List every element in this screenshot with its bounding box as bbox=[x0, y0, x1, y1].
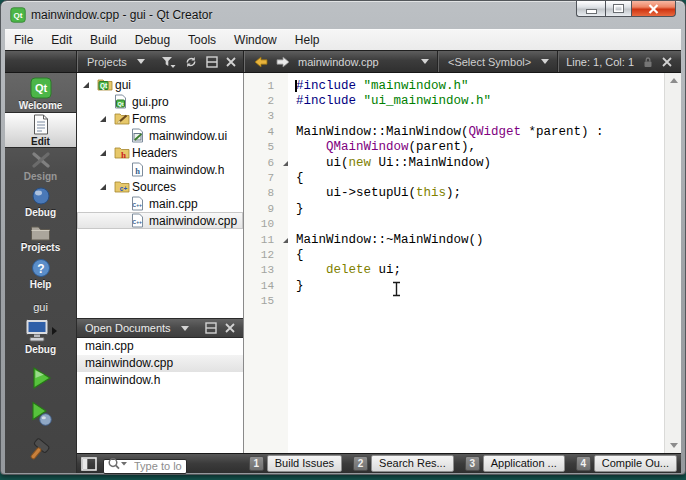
code-line-11[interactable]: 11MainWindow::~MainWindow() bbox=[244, 232, 663, 247]
tree-item-mainwindow-cpp[interactable]: C++mainwindow.cpp bbox=[77, 212, 243, 229]
start-debugging-button[interactable] bbox=[5, 401, 76, 427]
app-window: Qt mainwindow.cpp - gui - Qt Creator Fil… bbox=[0, 0, 686, 475]
code-line-7[interactable]: 7{ bbox=[244, 170, 663, 185]
symbol-selector-dropdown[interactable]: <Select Symbol> bbox=[448, 56, 531, 68]
mode-design: Design bbox=[5, 148, 76, 184]
fold-marker[interactable] bbox=[282, 232, 296, 247]
search-icon[interactable] bbox=[107, 457, 129, 470]
code-line-9[interactable]: 9} bbox=[244, 201, 663, 216]
code-line-13[interactable]: 13 delete ui; bbox=[244, 263, 663, 278]
fold-arrow-icon[interactable] bbox=[283, 238, 288, 243]
fold-arrow-icon[interactable] bbox=[283, 161, 288, 166]
chevron-down-icon[interactable] bbox=[177, 326, 193, 331]
filter-icon[interactable] bbox=[157, 56, 180, 68]
mode-edit[interactable]: Edit bbox=[5, 112, 76, 148]
tree-item-gui-pro[interactable]: Qtgui.pro bbox=[77, 93, 243, 110]
qt-creator-app-icon: Qt bbox=[10, 7, 26, 23]
output-pane-build-issues[interactable]: 1Build Issues bbox=[249, 455, 342, 472]
fold-column bbox=[282, 93, 296, 108]
build-button[interactable] bbox=[5, 437, 76, 463]
expand-arrow-icon[interactable] bbox=[100, 184, 106, 190]
minimize-button[interactable] bbox=[576, 1, 605, 17]
code-line-5[interactable]: 5 QMainWindow(parent), bbox=[244, 140, 663, 155]
close-button[interactable] bbox=[632, 1, 676, 17]
mode-projects[interactable]: Projects bbox=[5, 220, 76, 256]
menu-tools[interactable]: Tools bbox=[179, 30, 225, 51]
open-documents-title[interactable]: Open Documents bbox=[85, 322, 171, 334]
output-pane-search-res-[interactable]: 2Search Res... bbox=[353, 455, 454, 472]
tree-item-forms[interactable]: Forms bbox=[77, 110, 243, 127]
pane-selector[interactable]: Projects bbox=[87, 56, 127, 68]
split-icon[interactable] bbox=[201, 322, 221, 334]
split-icon[interactable] bbox=[202, 56, 222, 68]
output-pane-application-[interactable]: 3Application ... bbox=[465, 455, 565, 472]
expand-arrow-icon[interactable] bbox=[100, 150, 106, 156]
code-line-2[interactable]: 2#include "ui_mainwindow.h" bbox=[244, 93, 663, 108]
output-pane-label[interactable]: Application ... bbox=[483, 455, 565, 472]
code-line-6[interactable]: 6 ui(new Ui::MainWindow) bbox=[244, 155, 663, 170]
code-line-4[interactable]: 4MainWindow::MainWindow(QWidget *parent)… bbox=[244, 124, 663, 139]
sync-icon[interactable] bbox=[180, 56, 202, 68]
code-line-14[interactable]: 14} bbox=[244, 278, 663, 293]
code-editor[interactable]: 1#include "mainwindow.h"2#include "ui_ma… bbox=[244, 73, 681, 453]
tree-item-main-cpp[interactable]: C++main.cpp bbox=[77, 195, 243, 212]
chevron-down-icon[interactable] bbox=[133, 59, 149, 64]
close-pane-icon[interactable] bbox=[222, 57, 240, 67]
close-pane-icon[interactable] bbox=[221, 323, 239, 333]
mode-debug[interactable]: Debug bbox=[5, 184, 76, 220]
tree-item-mainwindow-ui[interactable]: mainwindow.ui bbox=[77, 127, 243, 144]
code-line-8[interactable]: 8 ui->setupUi(this); bbox=[244, 186, 663, 201]
chevron-down-icon[interactable] bbox=[537, 59, 553, 64]
toggle-sidebar-button[interactable] bbox=[81, 457, 97, 471]
output-pane-label[interactable]: Search Res... bbox=[371, 455, 454, 472]
file-ui-icon bbox=[131, 128, 144, 143]
menu-build[interactable]: Build bbox=[81, 30, 126, 51]
code-line-10[interactable]: 10 bbox=[244, 217, 663, 232]
expand-arrow-icon[interactable] bbox=[83, 82, 89, 88]
maximize-button[interactable] bbox=[605, 1, 632, 17]
scroll-down-icon[interactable] bbox=[670, 443, 678, 448]
svg-text:Qt: Qt bbox=[34, 82, 47, 94]
expand-arrow-icon[interactable] bbox=[100, 116, 106, 122]
open-document-main-cpp[interactable]: main.cpp bbox=[77, 338, 243, 355]
menu-debug[interactable]: Debug bbox=[126, 30, 179, 51]
output-pane-label[interactable]: Build Issues bbox=[267, 455, 342, 472]
build-target-selector[interactable]: Debug bbox=[5, 318, 76, 355]
help-circle-icon: ? bbox=[31, 258, 51, 278]
open-document-mainwindow-h[interactable]: mainwindow.h bbox=[77, 372, 243, 389]
close-editor-icon[interactable] bbox=[658, 57, 676, 67]
open-file-dropdown[interactable]: mainwindow.cpp bbox=[298, 56, 379, 68]
tree-item-headers[interactable]: hHeaders bbox=[77, 144, 243, 161]
mode-sidebar: QtWelcomeEditDesignDebugProjects?Helpgui… bbox=[5, 73, 77, 473]
scroll-up-icon[interactable] bbox=[670, 78, 678, 83]
tree-item-gui[interactable]: Qtgui bbox=[77, 76, 243, 93]
code-line-3[interactable]: 3 bbox=[244, 109, 663, 124]
tree-item-label: mainwindow.cpp bbox=[149, 214, 237, 228]
output-pane-compile-ou-[interactable]: 4Compile Ou... bbox=[576, 455, 677, 472]
chevron-down-icon[interactable] bbox=[417, 59, 433, 64]
mode-welcome[interactable]: QtWelcome bbox=[5, 76, 76, 112]
code-segment: MainWindow::~MainWindow() bbox=[296, 233, 484, 247]
run-button[interactable] bbox=[5, 365, 76, 391]
go-back-icon[interactable] bbox=[250, 56, 272, 68]
tree-item-mainwindow-h[interactable]: hmainwindow.h bbox=[77, 161, 243, 178]
line-number: 10 bbox=[244, 218, 282, 230]
code-line-12[interactable]: 12{ bbox=[244, 247, 663, 262]
fold-column bbox=[282, 278, 296, 293]
editor-scrollbar[interactable] bbox=[664, 73, 681, 453]
menu-window[interactable]: Window bbox=[225, 30, 286, 51]
run-play-icon bbox=[28, 365, 54, 391]
code-segment: ui->setupUi( bbox=[296, 186, 416, 200]
fold-marker[interactable] bbox=[282, 155, 296, 170]
mode-label: Debug bbox=[25, 207, 56, 218]
tree-item-sources[interactable]: c+Sources bbox=[77, 178, 243, 195]
mode-help[interactable]: ?Help bbox=[5, 256, 76, 292]
output-pane-label[interactable]: Compile Ou... bbox=[594, 455, 677, 472]
menu-file[interactable]: File bbox=[5, 30, 42, 51]
code-line-1[interactable]: 1#include "mainwindow.h" bbox=[244, 78, 663, 93]
menu-help[interactable]: Help bbox=[286, 30, 329, 51]
menu-edit[interactable]: Edit bbox=[42, 30, 81, 51]
code-line-15[interactable]: 15 bbox=[244, 293, 663, 308]
go-forward-icon[interactable] bbox=[272, 56, 294, 68]
open-document-mainwindow-cpp[interactable]: mainwindow.cpp bbox=[77, 355, 243, 372]
